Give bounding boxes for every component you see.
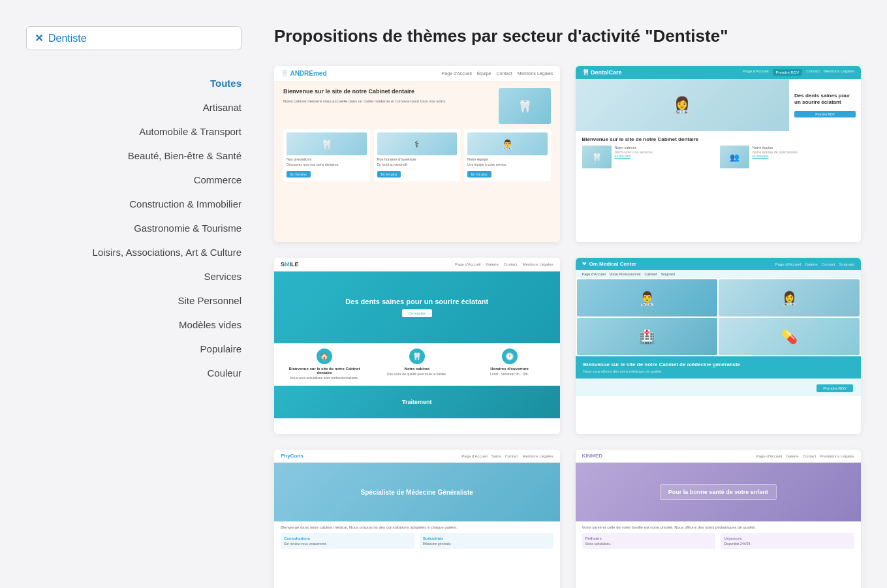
theme-6-hero: Pour la bonne santé de votre enfant (576, 463, 862, 521)
sidebar-item-modeles-vides[interactable]: Modèles vides (26, 313, 241, 337)
theme-6-header: KINMED Page d'Accueil Galerie Contact Pr… (576, 450, 862, 463)
theme-4-photo-3: 🏥 (577, 318, 718, 355)
theme-3-footer-section: Traitement (274, 386, 560, 418)
sidebar-item-construction[interactable]: Construction & Immobilier (26, 192, 241, 216)
theme-6-logo: KINMED (582, 453, 603, 459)
theme-3-icon-1: 🏠 (317, 348, 332, 364)
main-content: Propositions de thèmes par secteur d'act… (255, 0, 887, 588)
theme-1-service-3: 👨‍⚕️ Notre équipe Une équipe à votre ser… (464, 129, 551, 181)
clear-search-icon[interactable]: ✕ (35, 32, 43, 44)
theme-4-photo-1: 👨‍⚕️ (577, 279, 718, 317)
theme-1-service-1: 🦷 Nos prestations Découvrez tous nos soi… (283, 129, 370, 181)
theme-5-logo: PhyCons (281, 453, 303, 459)
theme-3-cta[interactable]: Contacter (402, 309, 432, 317)
category-nav: Toutes Artisanat Automobile & Transport … (26, 71, 241, 385)
theme-4-cta[interactable]: Prendre RDV (817, 384, 853, 392)
theme-1-hero-text: Bienvenue sur le site de notre Cabinet d… (283, 88, 493, 124)
theme-2-header: 🦷 DentalCare Page d'Accueil Prendre RDV … (576, 66, 862, 79)
page-title: Propositions de thèmes par secteur d'act… (274, 26, 861, 46)
sidebar-item-loisirs[interactable]: Loisirs, Associations, Art & Culture (26, 240, 241, 264)
theme-4-nav: Page d'Accueil Galerie Contact Soignant (775, 262, 854, 266)
theme-5-nav: Page d'Accueil Soins Contact Mentions Lé… (461, 454, 553, 458)
theme-4-subheader: Page d'Accueil Votre Professionnel Cabin… (576, 270, 862, 278)
theme-3-header: SMILE Page d'Accueil Galerie Contact Men… (274, 258, 560, 271)
theme-5-preview: PhyCons Page d'Accueil Soins Contact Men… (274, 450, 560, 588)
sidebar-item-toutes[interactable]: Toutes (26, 71, 241, 95)
theme-1-preview: 🦷 ANDREmed Page d'Accueil Équipe Contact… (274, 66, 560, 242)
theme-3-services: 🏠 Bienvenue sur le site de notre Cabinet… (274, 343, 560, 386)
sidebar-item-automobile[interactable]: Automobile & Transport (26, 119, 241, 144)
theme-3-footer-label: Traitement (402, 399, 432, 405)
theme-3-service-3: 🕐 Horaires d'ouverture Lundi - Vendredi:… (466, 348, 553, 380)
sidebar-item-beaute[interactable]: Beauté, Bien-être & Santé (26, 144, 241, 168)
theme-2-item-2: 👥 Notre équipe Notre équipe de spécialis… (720, 146, 854, 168)
theme-1-service-2: ⚕ Nos horaires d'ouverture Du lundi au v… (374, 129, 461, 181)
theme-3-service-2: 🦷 Notre cabinet Des soins de qualité pou… (373, 348, 461, 380)
theme-3-logo: SMILE (281, 261, 299, 268)
themes-grid: 🦷 ANDREmed Page d'Accueil Équipe Contact… (274, 66, 861, 588)
sidebar-item-artisanat[interactable]: Artisanat (26, 95, 241, 119)
theme-5-body: Bienvenue dans notre cabinet médical. No… (274, 521, 560, 553)
theme-2-cta[interactable]: Prendre RDV (794, 111, 856, 117)
theme-1-hero-img: 🦷 (499, 88, 551, 124)
theme-4-photo-2: 👩‍⚕️ (719, 279, 860, 317)
theme-card-4[interactable]: ❤ Om Medical Center Page d'Accueil Galer… (576, 258, 862, 434)
sidebar-item-couleur[interactable]: Couleur (26, 361, 241, 385)
theme-card-2[interactable]: 🦷 DentalCare Page d'Accueil Prendre RDV … (576, 66, 862, 242)
theme-6-body: Votre santé et celle de votre famille es… (576, 521, 862, 553)
sidebar-item-populaire[interactable]: Populaire (26, 337, 241, 361)
theme-card-5[interactable]: PhyCons Page d'Accueil Soins Contact Men… (274, 450, 560, 588)
theme-2-preview: 🦷 DentalCare Page d'Accueil Prendre RDV … (576, 66, 862, 242)
theme-2-logo: 🦷 DentalCare (582, 69, 622, 76)
theme-1-header: 🦷 ANDREmed Page d'Accueil Équipe Contact… (274, 66, 560, 82)
theme-5-header: PhyCons Page d'Accueil Soins Contact Men… (274, 450, 560, 463)
theme-1-nav: Page d'Accueil Équipe Contact Mentions L… (442, 71, 553, 76)
theme-4-header: ❤ Om Medical Center Page d'Accueil Galer… (576, 258, 862, 270)
sidebar-item-gastronomie[interactable]: Gastronomie & Tourisme (26, 216, 241, 240)
theme-3-service-1: 🏠 Bienvenue sur le site de notre Cabinet… (281, 348, 368, 380)
theme-6-preview: KINMED Page d'Accueil Galerie Contact Pr… (576, 450, 862, 588)
theme-1-body: Bienvenue sur le site de notre Cabinet d… (274, 82, 560, 188)
theme-4-preview: ❤ Om Medical Center Page d'Accueil Galer… (576, 258, 862, 434)
theme-3-preview: SMILE Page d'Accueil Galerie Contact Men… (274, 258, 560, 434)
theme-card-6[interactable]: KINMED Page d'Accueil Galerie Contact Pr… (576, 450, 862, 588)
theme-card-1[interactable]: 🦷 ANDREmed Page d'Accueil Équipe Contact… (274, 66, 560, 242)
theme-4-welcome: Bienvenue sur le site de notre Cabinet d… (576, 356, 862, 379)
sidebar-item-commerce[interactable]: Commerce (26, 168, 241, 192)
theme-1-hero: Bienvenue sur le site de notre Cabinet d… (283, 88, 551, 124)
theme-6-nav: Page d'Accueil Galerie Contact Prestatio… (756, 454, 854, 458)
sidebar-item-site-personnel[interactable]: Site Personnel (26, 288, 241, 313)
theme-2-hero-text: Des dents saines pour un sourire éclatan… (789, 79, 861, 131)
theme-1-services: 🦷 Nos prestations Découvrez tous nos soi… (283, 129, 551, 181)
theme-4-logo: Om Medical Center (589, 261, 636, 267)
search-box[interactable]: ✕ Dentiste (26, 26, 241, 50)
theme-2-hero-img: 👩‍⚕️ (576, 79, 790, 131)
theme-2-hero: 👩‍⚕️ Des dents saines pour un sourire éc… (576, 79, 862, 131)
theme-6-hero-box: Pour la bonne santé de votre enfant (660, 484, 777, 500)
service-1-btn[interactable]: En lire plus (287, 171, 311, 178)
theme-card-3[interactable]: SMILE Page d'Accueil Galerie Contact Men… (274, 258, 560, 434)
service-3-btn[interactable]: En lire plus (467, 171, 491, 178)
theme-3-hero: Des dents saines pour un sourire éclatan… (274, 271, 560, 343)
service-2-btn[interactable]: En lire plus (377, 171, 401, 178)
theme-1-logo: 🦷 ANDREmed (281, 70, 327, 77)
sidebar: ✕ Dentiste Toutes Artisanat Automobile &… (0, 0, 255, 588)
theme-3-nav: Page d'Accueil Galerie Contact Mentions … (455, 262, 553, 266)
search-value: Dentiste (48, 33, 87, 44)
theme-2-nav: Page d'Accueil Prendre RDV Contact Menti… (743, 69, 854, 76)
theme-2-grid: 🦷 Notre cabinet Découvrez nos services. … (582, 146, 855, 168)
theme-4-photo-4: 💊 (719, 318, 860, 355)
app-layout: ✕ Dentiste Toutes Artisanat Automobile &… (0, 0, 887, 588)
theme-4-photo-grid: 👨‍⚕️ 👩‍⚕️ 🏥 💊 (576, 278, 862, 356)
theme-2-item-1: 🦷 Notre cabinet Découvrez nos services. … (582, 146, 717, 168)
sidebar-item-services[interactable]: Services (26, 264, 241, 288)
theme-3-icon-3: 🕐 (502, 348, 518, 364)
theme-5-hero: Spécialiste de Médecine Généraliste (274, 463, 560, 521)
theme-3-icon-2: 🦷 (409, 348, 425, 364)
theme-2-body: Bienvenue sur le site de notre Cabinet d… (576, 131, 862, 174)
